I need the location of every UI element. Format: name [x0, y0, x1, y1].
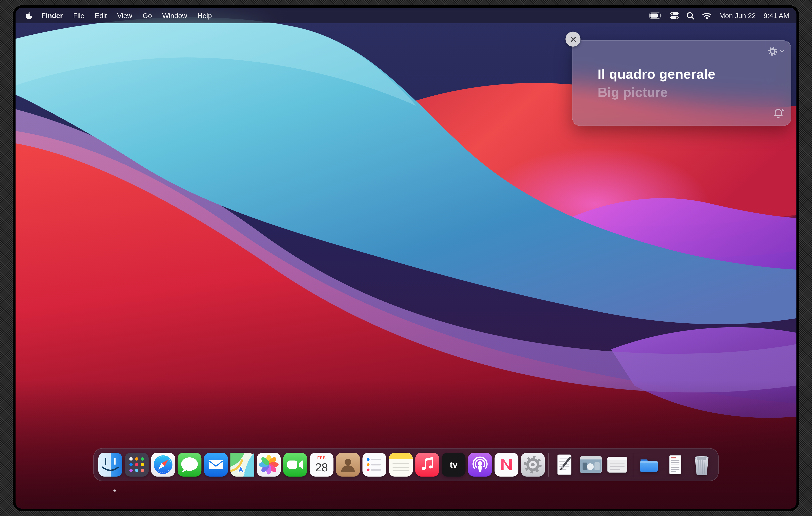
dock-item-facetime[interactable] [283, 452, 308, 477]
control-center-icon[interactable] [670, 11, 679, 20]
podcasts-icon [468, 452, 493, 477]
finder-icon [98, 452, 123, 477]
dock-item-document[interactable] [663, 452, 688, 477]
menu-item-window[interactable]: Window [162, 11, 187, 19]
calendar-icon: FEB 28 [309, 452, 334, 477]
news-icon [494, 452, 519, 477]
bell-button[interactable] [773, 108, 784, 121]
chevron-down-icon [779, 49, 784, 53]
dock-item-downloads-folder[interactable] [636, 452, 661, 477]
dock: FEB 28 [93, 448, 719, 481]
wifi-icon[interactable] [702, 12, 712, 19]
dock-item-system-preferences[interactable] [520, 452, 545, 477]
dock-item-safari[interactable] [151, 452, 176, 477]
dock-item-textedit[interactable] [552, 452, 577, 477]
menu-bar: Finder File Edit View Go Window Help [16, 8, 796, 23]
maps-icon [230, 452, 255, 477]
safari-icon [151, 452, 176, 477]
minimized-window-icon [605, 452, 630, 477]
trash-icon [689, 452, 714, 477]
system-preferences-icon [520, 452, 545, 477]
gear-icon [767, 46, 778, 56]
menu-item-view[interactable]: View [117, 11, 132, 19]
app-menu[interactable]: Finder [41, 11, 63, 19]
dock-item-minimized-window-1[interactable] [578, 452, 603, 477]
mail-icon [204, 452, 228, 477]
document-icon [663, 452, 688, 477]
notes-icon [388, 452, 413, 477]
menu-item-go[interactable]: Go [143, 11, 152, 19]
dock-item-launchpad[interactable] [124, 452, 149, 477]
facetime-icon [283, 452, 308, 477]
menu-item-file[interactable]: File [73, 11, 84, 19]
battery-icon[interactable] [649, 12, 662, 19]
dock-item-finder[interactable] [98, 452, 123, 477]
dock-item-mail[interactable] [204, 452, 228, 477]
calendar-day: 28 [315, 461, 328, 474]
menu-time[interactable]: 9:41 AM [763, 11, 789, 19]
dock-item-contacts[interactable] [336, 452, 360, 477]
dock-item-messages[interactable] [177, 452, 202, 477]
dock-item-notes[interactable] [388, 452, 413, 477]
dock-item-news[interactable] [494, 452, 519, 477]
calendar-month: FEB [317, 456, 326, 460]
dock-item-maps[interactable] [230, 452, 255, 477]
dock-item-reminders[interactable] [362, 452, 387, 477]
dock-item-tv[interactable]: tv [441, 452, 466, 477]
widget-subtitle: Big picture [598, 84, 668, 101]
dock-separator [633, 453, 633, 477]
dock-item-trash[interactable] [689, 452, 714, 477]
dock-item-music[interactable] [415, 452, 440, 477]
notification-widget[interactable]: Il quadro generale Big picture [572, 40, 791, 126]
tv-label: tv [450, 460, 458, 469]
reminders-icon [362, 452, 387, 477]
dock-item-calendar[interactable]: FEB 28 [309, 452, 334, 477]
widget-settings[interactable] [767, 46, 784, 56]
menu-item-help[interactable]: Help [198, 11, 212, 19]
dock-item-minimized-window-2[interactable] [605, 452, 630, 477]
widget-title: Il quadro generale [598, 66, 716, 83]
close-button[interactable] [566, 32, 580, 47]
launchpad-icon [124, 452, 149, 477]
music-icon [415, 452, 440, 477]
tv-icon: tv [441, 452, 466, 477]
apple-menu[interactable] [24, 11, 32, 20]
folder-icon [636, 452, 661, 477]
apple-logo-icon [24, 11, 32, 20]
textedit-icon [552, 452, 577, 477]
menu-date[interactable]: Mon Jun 22 [719, 11, 756, 19]
spotlight-icon[interactable] [687, 11, 694, 19]
close-icon [570, 36, 576, 42]
photos-icon [256, 452, 281, 477]
menu-item-edit[interactable]: Edit [95, 11, 107, 19]
device-frame: Finder File Edit View Go Window Help [0, 0, 812, 516]
desktop[interactable]: Finder File Edit View Go Window Help [16, 8, 796, 509]
running-indicator [113, 489, 116, 492]
messages-icon [177, 452, 202, 477]
minimized-window-icon [578, 452, 603, 477]
dock-item-podcasts[interactable] [468, 452, 493, 477]
dock-separator [548, 453, 549, 477]
contacts-icon [336, 452, 360, 477]
dock-item-photos[interactable] [256, 452, 281, 477]
menu-bar-status: Mon Jun 22 9:41 AM [649, 11, 789, 20]
bell-icon [773, 108, 784, 119]
